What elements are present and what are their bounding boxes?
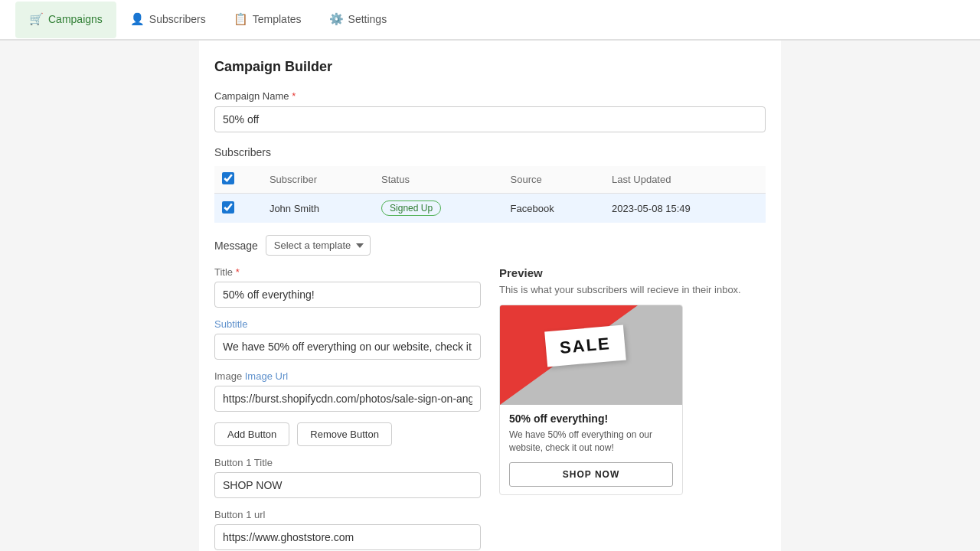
nav-subscribers[interactable]: 👤 Subscribers — [116, 2, 220, 38]
nav-campaigns-label: Campaigns — [48, 13, 103, 25]
nav-templates-label: Templates — [253, 13, 302, 25]
settings-icon: ⚙️ — [329, 12, 344, 26]
templates-icon: 📋 — [234, 12, 248, 26]
nav-campaigns[interactable]: 🛒 Campaigns — [15, 2, 116, 38]
message-label: Message — [214, 240, 258, 252]
col-source: Source — [503, 166, 605, 194]
row-name: John Smith — [262, 194, 374, 223]
button-actions-row: Add Button Remove Button — [214, 422, 481, 446]
add-button-btn[interactable]: Add Button — [214, 422, 289, 446]
button1-url-input[interactable] — [214, 524, 481, 550]
preview-body: 50% off everything! We have 50% off ever… — [500, 405, 682, 494]
status-badge: Signed Up — [381, 201, 441, 216]
button1-title-group: Button 1 Title — [214, 457, 481, 498]
nav-settings-label: Settings — [348, 13, 387, 25]
button1-title-label: Button 1 Title — [214, 457, 481, 468]
row-status: Signed Up — [374, 194, 503, 223]
preview-card: SALE 50% off everything! We have 50% off… — [499, 305, 683, 495]
preview-col: Preview This is what your subscribers wi… — [499, 266, 766, 551]
preview-image: SALE — [500, 305, 682, 405]
subtitle-input[interactable] — [214, 334, 481, 360]
col-last-updated: Last Updated — [604, 166, 766, 194]
preview-title: Preview — [499, 266, 766, 279]
button1-url-group: Button 1 url — [214, 509, 481, 550]
image-url-label: Image Image Url — [214, 370, 481, 382]
campaign-name-input[interactable] — [214, 106, 766, 132]
preview-description: We have 50% off everything on our websit… — [509, 429, 673, 455]
remove-button-btn[interactable]: Remove Button — [297, 422, 392, 446]
image-url-group: Image Image Url — [214, 370, 481, 412]
header-checkbox[interactable] — [222, 172, 234, 184]
campaign-name-label: Campaign Name * — [214, 90, 766, 102]
nav: 🛒 Campaigns 👤 Subscribers 📋 Templates ⚙️… — [0, 0, 980, 40]
preview-shop-button[interactable]: SHOP NOW — [509, 462, 673, 487]
nav-subscribers-label: Subscribers — [149, 13, 206, 25]
row-checkbox[interactable] — [222, 201, 234, 214]
nav-templates[interactable]: 📋 Templates — [220, 2, 315, 38]
nav-settings[interactable]: ⚙️ Settings — [315, 2, 401, 38]
preview-subtitle: This is what your subscribers will recie… — [499, 284, 766, 295]
nav-bar: 🛒 Campaigns 👤 Subscribers 📋 Templates ⚙️… — [0, 0, 980, 41]
col-subscriber: Subscriber — [262, 166, 374, 194]
preview-headline: 50% off everything! — [509, 412, 673, 425]
col-checkbox — [214, 166, 262, 194]
sale-text: SALE — [559, 334, 612, 357]
row-source: Facebook — [503, 194, 605, 223]
row-last-updated: 2023-05-08 15:49 — [604, 194, 766, 223]
subtitle-label: Subtitle — [214, 318, 481, 330]
campaign-name-group: Campaign Name * — [214, 90, 766, 132]
form-col: Title * Subtitle Image Image Url Add But… — [214, 266, 481, 551]
subscribers-table: Subscriber Status Source Last Updated Jo… — [214, 166, 766, 223]
campaigns-icon: 🛒 — [29, 12, 44, 26]
subscribers-section-title: Subscribers — [214, 146, 766, 158]
title-group: Title * — [214, 266, 481, 308]
col-status: Status — [374, 166, 503, 194]
sale-background: SALE — [500, 305, 682, 405]
button1-title-input[interactable] — [214, 472, 481, 498]
button1-url-label: Button 1 url — [214, 509, 481, 520]
two-col-layout: Title * Subtitle Image Image Url Add But… — [214, 266, 766, 551]
table-row: John Smith Signed Up Facebook 2023-05-08… — [214, 194, 766, 223]
title-input[interactable] — [214, 282, 481, 308]
template-select[interactable]: Select a template Sale Template Newslett… — [266, 235, 371, 256]
message-row: Message Select a template Sale Template … — [214, 235, 766, 256]
image-url-input[interactable] — [214, 386, 481, 412]
required-marker: * — [292, 90, 296, 102]
table-header: Subscriber Status Source Last Updated — [214, 166, 766, 194]
title-label: Title * — [214, 266, 481, 278]
main-content: Campaign Builder Campaign Name * Subscri… — [199, 41, 781, 551]
row-checkbox-cell — [214, 194, 262, 223]
subtitle-group: Subtitle — [214, 318, 481, 360]
sale-note: SALE — [544, 325, 626, 367]
page-title: Campaign Builder — [214, 59, 766, 75]
table-body: John Smith Signed Up Facebook 2023-05-08… — [214, 194, 766, 223]
subscribers-icon: 👤 — [130, 12, 145, 26]
